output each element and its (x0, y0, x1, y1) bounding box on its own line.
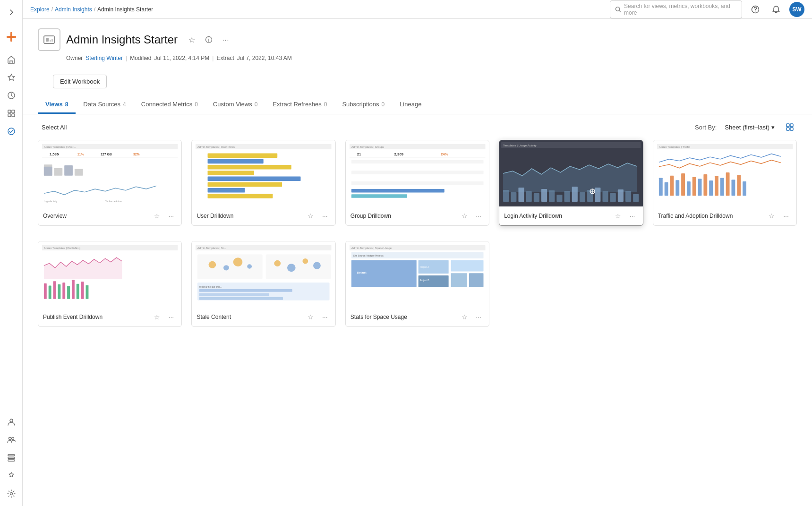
svg-point-11 (9, 437, 11, 440)
card-login-activity[interactable]: Templates | Usage Activity (499, 140, 643, 226)
card-login-more[interactable]: ··· (627, 210, 638, 222)
nav-collections-icon[interactable] (3, 105, 20, 122)
card-traffic-more[interactable]: ··· (780, 210, 792, 222)
card-traffic-favorite[interactable]: ☆ (766, 210, 778, 222)
info-button[interactable] (202, 33, 215, 46)
svg-rect-39 (44, 167, 52, 176)
search-box[interactable]: Search for views, metrics, workbooks, an… (610, 0, 742, 18)
svg-rect-98 (658, 178, 662, 196)
card-group-drilldown[interactable]: Admin Templates | Groups 21 2,309 24% (345, 140, 489, 226)
tab-customviews-label: Custom Views (213, 101, 252, 108)
nav-expand-icon[interactable] (3, 4, 20, 21)
card-group-more[interactable]: ··· (473, 210, 484, 222)
nav-rail (0, 0, 23, 506)
svg-rect-112 (737, 175, 741, 196)
tab-datasources[interactable]: Data Sources 4 (76, 96, 133, 114)
card-publish-favorite[interactable]: ☆ (151, 311, 162, 323)
card-user-more[interactable]: ··· (319, 210, 331, 222)
svg-rect-78 (534, 193, 539, 202)
owner-label: Owner (66, 55, 83, 61)
tab-subscriptions[interactable]: Subscriptions 0 (334, 96, 392, 114)
svg-rect-82 (564, 191, 570, 202)
svg-rect-3 (9, 36, 14, 38)
card-overview-title: Overview (43, 213, 148, 219)
svg-rect-40 (54, 168, 63, 176)
card-stale[interactable]: Admin Templates | St... (191, 241, 335, 327)
svg-rect-143 (199, 289, 292, 292)
nav-tasks-icon[interactable] (3, 123, 20, 140)
card-stale-favorite[interactable]: ☆ (305, 311, 316, 323)
tableau-logo[interactable] (3, 28, 20, 45)
select-all-button[interactable]: Select All (38, 122, 70, 133)
card-stale-more[interactable]: ··· (319, 311, 331, 323)
nav-home-icon[interactable] (3, 51, 20, 68)
toolbar-right: Sort By: Sheet (first–last) ▾ (695, 120, 797, 134)
svg-text:Tableau • Action: Tableau • Action (105, 200, 122, 203)
nav-alerts-icon[interactable] (3, 467, 20, 484)
nav-favorites-icon[interactable] (3, 69, 20, 86)
tab-lineage[interactable]: Lineage (392, 96, 429, 114)
card-space-usage[interactable]: Admin Templates | Space Usage Site Sourc… (345, 241, 489, 327)
help-icon-btn[interactable] (748, 2, 763, 17)
nav-settings-icon[interactable] (3, 485, 20, 502)
card-login-favorite[interactable]: ☆ (613, 210, 624, 222)
sort-label: Sort By: (695, 124, 717, 131)
svg-text:Admin Templates | St...: Admin Templates | St... (197, 247, 226, 249)
card-group-favorite[interactable]: ☆ (459, 210, 470, 222)
svg-text:127 GB: 127 GB (101, 153, 112, 156)
breadcrumb-explore[interactable]: Explore (30, 6, 50, 13)
card-space-title: Stats for Space Usage (350, 314, 456, 320)
svg-rect-126 (81, 282, 84, 299)
svg-text:Site Source: Multiple Projects: Site Source: Multiple Projects (353, 255, 384, 257)
card-publish-event[interactable]: Admin Templates | Publishing (38, 241, 182, 327)
svg-text:21: 21 (357, 152, 361, 156)
modified-label: Modified (130, 55, 151, 61)
svg-rect-91 (633, 194, 639, 202)
svg-rect-15 (8, 460, 15, 461)
nav-groups-icon[interactable] (3, 431, 20, 448)
favorite-button[interactable]: ☆ (185, 33, 198, 46)
svg-rect-123 (67, 286, 70, 299)
svg-rect-8 (12, 114, 15, 117)
search-placeholder-text: Search for views, metrics, workbooks, an… (624, 3, 737, 16)
svg-text:Admin Templates | Publishing: Admin Templates | Publishing (44, 247, 80, 249)
more-actions-button[interactable]: ··· (219, 33, 232, 46)
svg-rect-106 (703, 174, 707, 196)
tab-metrics[interactable]: Connected Metrics 0 (134, 96, 205, 114)
extract-value: Jul 7, 2022, 10:43 AM (237, 55, 292, 61)
svg-rect-77 (526, 191, 532, 202)
card-space-favorite[interactable]: ☆ (459, 311, 470, 323)
card-overview-favorite[interactable]: ☆ (151, 210, 162, 222)
svg-rect-100 (670, 176, 674, 196)
svg-rect-108 (715, 176, 718, 196)
edit-workbook-button[interactable]: Edit Workbook (53, 75, 107, 88)
card-traffic[interactable]: Admin Templates | Traffic (653, 140, 797, 226)
card-publish-more[interactable]: ··· (165, 311, 177, 323)
sort-dropdown[interactable]: Sheet (first–last) ▾ (720, 121, 779, 133)
svg-rect-29 (790, 128, 793, 130)
tab-customviews[interactable]: Custom Views 0 (205, 96, 265, 114)
svg-rect-7 (8, 114, 11, 117)
card-overview[interactable]: Admin Templates | Over... 1,536 11% 127 … (38, 140, 182, 226)
nav-data-icon[interactable] (3, 449, 20, 466)
svg-text:Admin Templates | Space Usage: Admin Templates | Space Usage (351, 247, 392, 249)
card-stale-footer: Stale Content ☆ ··· (192, 308, 335, 326)
card-space-thumb: Admin Templates | Space Usage Site Sourc… (346, 241, 489, 308)
user-avatar[interactable]: SW (789, 2, 804, 17)
card-user-favorite[interactable]: ☆ (305, 210, 316, 222)
card-space-footer: Stats for Space Usage ☆ ··· (346, 308, 489, 326)
notifications-icon-btn[interactable] (769, 2, 784, 17)
card-user-drilldown[interactable]: Admin Templates | User Roles User Drilld… (191, 140, 335, 226)
nav-recent-icon[interactable] (3, 87, 20, 104)
svg-point-134 (223, 265, 229, 270)
tab-extracts[interactable]: Extract Refreshes 0 (265, 96, 334, 114)
grid-view-button[interactable] (783, 120, 797, 134)
svg-text:24%: 24% (441, 152, 448, 156)
tab-views[interactable]: Views 8 (38, 96, 76, 114)
breadcrumb-admin-insights[interactable]: Admin Insights (55, 6, 92, 13)
owner-link[interactable]: Sterling Winter (85, 55, 123, 61)
card-overview-more[interactable]: ··· (165, 210, 177, 222)
card-space-more[interactable]: ··· (473, 311, 484, 323)
workbook-title-row: Admin Insights Starter ☆ ··· (38, 28, 797, 51)
nav-people-icon[interactable] (3, 413, 20, 430)
